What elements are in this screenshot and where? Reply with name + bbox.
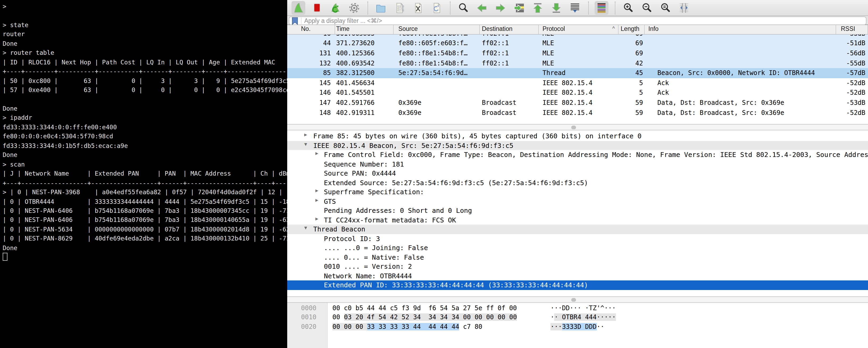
packet-row-145[interactable]: 145401.456634IEEE 802.15.45Ack-52dB (287, 78, 868, 88)
bookmark-icon[interactable] (291, 18, 302, 24)
terminal-line: +----+--------+----------+-----------+--… (3, 67, 287, 76)
cell-time: 402.919311 (335, 109, 394, 116)
packet-row-146[interactable]: 146401.545501IEEE 802.15.45Ack-52dB (287, 88, 868, 98)
column-header-source[interactable]: Source (394, 25, 480, 34)
detail-row[interactable]: 0010 .... = Version: 2 (287, 262, 868, 271)
terminal-line: Done (3, 151, 287, 160)
detail-row[interactable]: Sequence Number: 181 (287, 160, 868, 169)
packet-row-132[interactable]: 132400.693542fe80::f8e1:54b8:f…ff02::1ML… (287, 58, 868, 68)
detail-row[interactable]: ▼Thread Beacon (287, 225, 868, 234)
go-back-button[interactable] (475, 1, 489, 14)
hex-row-0000[interactable]: 000000 c0 b5 44 44 c5 f3 9d f6 54 5a 27 … (287, 304, 868, 314)
detail-row[interactable]: Source PAN: 0x4444 (287, 169, 868, 178)
go-forward-button[interactable] (494, 1, 507, 14)
detail-row[interactable]: ▶GTS (287, 197, 868, 206)
cell-source: 5e:27:5a:54:f6:9d… (394, 69, 480, 77)
screen: > > staterouterDone> router table| ID | … (0, 0, 868, 348)
column-header-no[interactable]: No. (287, 25, 335, 34)
find-packet-button[interactable] (456, 1, 470, 14)
go-to-top-icon (532, 2, 544, 13)
packet-row-148[interactable]: 148402.9193110x369eBroadcastIEEE 802.15.… (287, 108, 868, 118)
hex-row-0020[interactable]: 002000 00 00 33 33 33 33 44 44 44 44 c7 … (287, 323, 868, 332)
zoom-out-button[interactable] (640, 1, 654, 14)
zoom-in-button[interactable] (621, 1, 635, 14)
hex-row-0010[interactable]: 001000 03 20 4f 54 42 52 34 34 34 34 00 … (287, 314, 868, 323)
colorize-packets-button[interactable] (595, 1, 609, 14)
resize-columns-button[interactable] (677, 1, 691, 14)
packet-list-hscrollbar[interactable] (287, 124, 868, 130)
display-filter-input[interactable]: Apply a display filter ... <⌘/> (289, 17, 866, 25)
detail-row[interactable]: Pending Addresses: 0 Short and 0 Long (287, 206, 868, 215)
cell-no: 44 (287, 40, 335, 47)
open-file-button[interactable] (374, 1, 388, 14)
terminal-line: | 57 | 0xe400 | 63 | 0 | 0 | 0 | 0 | e2c… (3, 86, 287, 95)
detail-row[interactable]: ▶Frame Control Field: 0xc000, Frame Type… (287, 150, 868, 160)
hex-rows: 000000 c0 b5 44 44 c5 f3 9d f6 54 5a 27 … (287, 303, 868, 332)
details-hscrollbar[interactable] (287, 296, 868, 303)
terminal-line: > router table (3, 49, 287, 58)
expand-right-icon[interactable]: ▶ (315, 197, 318, 202)
stop-capture-button[interactable] (310, 1, 324, 14)
detail-row[interactable]: Extended Source: 5e:27:5a:54:f6:9d:f3:c5… (287, 178, 868, 187)
packet-row-131[interactable]: 131400.125366fe80::f8e1:54b8:f…ff02::1ML… (287, 49, 868, 58)
scrollbar-thumb[interactable] (571, 125, 576, 129)
cell-destination: Broadcast (480, 99, 539, 107)
expand-right-icon[interactable]: ▶ (304, 132, 307, 137)
cell-rssi: -55dB (836, 59, 868, 67)
cell-time: 400.125366 (335, 50, 394, 57)
cell-time: 401.456634 (335, 79, 394, 87)
terminal-line: Done (3, 244, 287, 253)
cell-info: Ack (645, 89, 836, 96)
detail-row[interactable]: Extended PAN ID: 33:33:33:33:44:44:44:44… (287, 281, 868, 290)
cell-length: 69 (619, 50, 645, 57)
go-to-bottom-button[interactable] (550, 1, 563, 14)
detail-row[interactable]: ▶TI CC24xx-format metadata: FCS OK (287, 215, 868, 225)
reload-file-button[interactable] (430, 1, 443, 14)
cell-rssi: -53dB (836, 99, 868, 107)
capture-options-button[interactable] (347, 1, 361, 14)
svg-text:01110: 01110 (397, 9, 404, 12)
terminal-line: > ipaddr (3, 114, 287, 123)
close-file-button[interactable] (411, 1, 425, 14)
detail-row[interactable]: Network Name: OTBR4444 (287, 271, 868, 281)
cell-source: 0x369e (394, 99, 480, 107)
packet-row-147[interactable]: 147402.5917660x369eBroadcastIEEE 802.15.… (287, 98, 868, 108)
detail-row[interactable]: .... 0... = Native: False (287, 253, 868, 262)
detail-row[interactable]: ▶Superframe Specification: (287, 187, 868, 197)
cell-time: 402.591766 (335, 99, 394, 107)
restart-capture-button[interactable] (329, 1, 343, 14)
terminal-window[interactable]: > > staterouterDone> router table| ID | … (0, 0, 287, 348)
scrollbar-thumb[interactable] (571, 298, 576, 302)
packet-row-85[interactable]: 85382.3125005e:27:5a:54:f6:9d…Thread45Be… (287, 68, 868, 78)
cell-source: fe80::f8e1:54b8:f… (394, 59, 480, 67)
expand-right-icon[interactable]: ▶ (315, 151, 318, 156)
detail-row[interactable]: .... ...0 = Joining: False (287, 243, 868, 253)
packet-row-44[interactable]: 44371.273620fe80::605f:e603:f…ff02::1MLE… (287, 38, 868, 48)
terminal-output: > > staterouterDone> router table| ID | … (3, 2, 287, 263)
go-to-packet-button[interactable] (512, 1, 526, 14)
zoom-reset-button[interactable] (658, 1, 672, 14)
cell-protocol: MLE (539, 50, 619, 57)
detail-row[interactable]: ▼IEEE 802.15.4 Beacon, Src: 5e:27:5a:54:… (287, 141, 868, 150)
detail-text: Sequence Number: 181 (324, 160, 404, 168)
column-header-protocol[interactable]: Protocol^ (539, 25, 619, 34)
detail-row[interactable]: Protocol ID: 3 (287, 234, 868, 243)
expand-down-icon[interactable]: ▼ (304, 141, 307, 147)
detail-row[interactable]: ▶Frame 85: 45 bytes on wire (360 bits), … (287, 132, 868, 141)
column-header-destination[interactable]: Destination (480, 25, 539, 34)
expand-right-icon[interactable]: ▶ (315, 188, 318, 193)
auto-scroll-button[interactable] (568, 1, 582, 14)
column-header-rssi[interactable]: RSSI (836, 25, 868, 34)
save-file-button[interactable]: 010100110101110 (393, 1, 406, 14)
column-header-time[interactable]: Time (335, 25, 394, 34)
column-header-info[interactable]: Info (645, 25, 836, 34)
capture-options-icon (348, 2, 360, 13)
expand-down-icon[interactable]: ▼ (304, 225, 307, 230)
detail-text: IEEE 802.15.4 Beacon, Src: 5e:27:5a:54:f… (313, 141, 514, 149)
detail-text: Source PAN: 0x4444 (324, 169, 396, 177)
expand-right-icon[interactable]: ▶ (315, 216, 318, 221)
toolbar-separator (588, 1, 589, 14)
column-header-length[interactable]: Length (619, 25, 645, 34)
go-to-top-button[interactable] (531, 1, 545, 14)
start-capture-button[interactable] (291, 1, 305, 14)
